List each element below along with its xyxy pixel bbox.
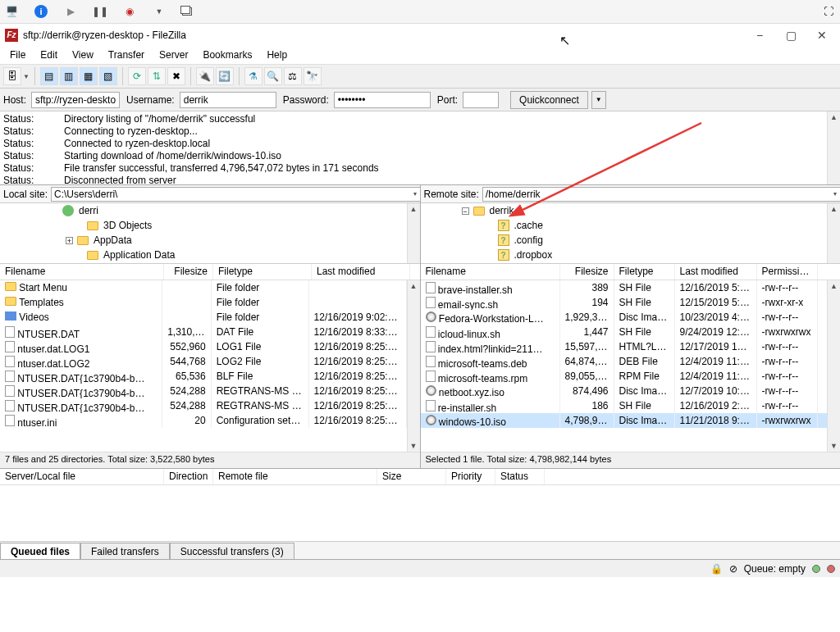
column-header[interactable]: Status [495, 469, 545, 484]
cancel-button[interactable]: ✖ [167, 67, 185, 85]
minimize-button[interactable]: − [746, 26, 773, 44]
local-list-body[interactable]: Start MenuFile folder TemplatesFile fold… [0, 280, 420, 452]
column-header[interactable]: Filename [421, 264, 560, 280]
remote-tree[interactable]: −derrik?.cache?.config?.dropbox ▲ [421, 203, 841, 264]
queue-header[interactable]: Server/Local fileDirectionRemote fileSiz… [0, 469, 840, 485]
disconnect-button[interactable]: 🔌 [196, 67, 214, 85]
list-item[interactable]: microsoft-teams.rpm89,055,321RPM File12/… [421, 369, 828, 384]
fullscreen-icon[interactable]: ⛶ [822, 5, 835, 18]
tab-queued-files[interactable]: Queued files [0, 543, 80, 559]
compare-button[interactable]: ⚖ [284, 67, 302, 85]
toggle-log-button[interactable]: ▤ [40, 67, 58, 85]
column-header[interactable]: Filesize [164, 264, 213, 280]
toggle-local-tree-button[interactable]: ▥ [60, 67, 78, 85]
list-scrollbar[interactable]: ▲ ▼ [827, 280, 840, 452]
log-scrollbar[interactable]: ▲ [827, 111, 840, 184]
lock-icon[interactable]: 🔒 [710, 563, 723, 575]
tree-scrollbar[interactable]: ▲ [827, 203, 840, 263]
tree-scrollbar[interactable]: ▲ [407, 203, 420, 263]
menu-view[interactable]: View [66, 48, 100, 62]
list-item[interactable]: index.html?linkid=211…15,597,200HTML?LIN… [421, 339, 828, 354]
local-tree[interactable]: derri3D Objects+AppDataApplication Data … [0, 203, 420, 264]
quickconnect-dropdown[interactable]: ▼ [591, 91, 606, 109]
remote-path-input[interactable] [482, 187, 840, 202]
list-item[interactable]: ntuser.ini20Configuration setti…12/16/20… [0, 413, 407, 428]
scroll-up-icon[interactable]: ▲ [408, 280, 420, 292]
pause-icon[interactable]: ❚❚ [94, 5, 107, 18]
password-input[interactable] [334, 92, 431, 108]
filter-button[interactable]: ⚗ [244, 67, 262, 85]
tab-failed-transfers[interactable]: Failed transfers [80, 543, 170, 559]
list-item[interactable]: windows-10.iso4,798,982,…Disc Image…11/2… [421, 413, 828, 428]
column-header[interactable]: Direction [164, 469, 213, 484]
scroll-down-icon[interactable]: ▼ [408, 440, 420, 452]
scroll-down-icon[interactable]: ▼ [828, 440, 840, 452]
list-scrollbar[interactable]: ▲ ▼ [407, 280, 420, 452]
toggle-remote-tree-button[interactable]: ▦ [80, 67, 98, 85]
tree-item[interactable]: 3D Objects [0, 218, 420, 233]
scroll-up-icon[interactable]: ▲ [828, 111, 840, 123]
chevron-down-icon[interactable]: ▾ [413, 190, 417, 198]
tree-item[interactable]: ?.cache [421, 218, 841, 233]
list-item[interactable]: email-sync.sh194SH File12/15/2019 5:2…-r… [421, 295, 828, 310]
list-item[interactable]: NTUSER.DAT1,310,720DAT File12/16/2019 8:… [0, 325, 407, 339]
remote-list-header[interactable]: FilenameFilesizeFiletypeLast modifiedPer… [421, 264, 841, 280]
list-item[interactable]: microsoft-teams.deb64,874,490DEB File12/… [421, 354, 828, 369]
tree-item[interactable]: ?.config [421, 233, 841, 248]
binoculars-icon[interactable]: 🔭 [304, 67, 322, 85]
menu-transfer[interactable]: Transfer [102, 48, 151, 62]
list-item[interactable]: VideosFile folder12/16/2019 9:02:59… [0, 310, 407, 325]
monitor-icon[interactable]: 🖥️ [5, 5, 18, 18]
list-item[interactable]: NTUSER.DAT{1c3790b4-b…524,288REGTRANS-MS… [0, 384, 407, 398]
local-list-header[interactable]: FilenameFilesizeFiletypeLast modified [0, 264, 420, 280]
tree-item[interactable]: +AppData [0, 233, 420, 248]
windows-icon[interactable] [182, 7, 192, 16]
local-path-input[interactable] [51, 187, 419, 202]
chevron-down-icon[interactable]: ▾ [833, 190, 837, 198]
list-item[interactable]: Start MenuFile folder [0, 280, 407, 295]
dropdown-icon[interactable]: ▼ [153, 5, 166, 18]
tree-item[interactable]: derri [0, 203, 420, 218]
list-item[interactable]: ntuser.dat.LOG1552,960LOG1 File12/16/201… [0, 339, 407, 354]
tree-item[interactable]: ?.dropbox [421, 248, 841, 262]
list-item[interactable]: NTUSER.DAT{1c3790b4-b…524,288REGTRANS-MS… [0, 398, 407, 413]
scroll-up-icon[interactable]: ▲ [408, 203, 420, 215]
reconnect-button[interactable]: 🔄 [216, 67, 234, 85]
list-item[interactable]: ntuser.dat.LOG2544,768LOG2 File12/16/201… [0, 354, 407, 369]
toggle-queue-button[interactable]: ▧ [99, 67, 117, 85]
list-item[interactable]: re-installer.sh186SH File12/16/2019 2:4…… [421, 398, 828, 413]
chevron-down-icon[interactable]: ▼ [23, 73, 30, 80]
column-header[interactable]: Last modified [675, 264, 757, 280]
play-icon[interactable]: ▶ [64, 5, 77, 18]
refresh-button[interactable]: ⟳ [128, 67, 146, 85]
queue-body[interactable] [0, 485, 840, 541]
list-item[interactable]: brave-installer.sh389SH File12/16/2019 5… [421, 280, 828, 295]
tree-item[interactable]: Application Data [0, 248, 420, 262]
column-header[interactable]: Server/Local file [0, 469, 164, 484]
close-button[interactable]: ✕ [809, 26, 835, 44]
search-button[interactable]: 🔍 [264, 67, 282, 85]
scroll-up-icon[interactable]: ▲ [828, 280, 840, 292]
maximize-button[interactable]: ▢ [778, 26, 804, 44]
username-input[interactable] [180, 92, 276, 108]
port-input[interactable] [463, 92, 499, 108]
column-header[interactable]: Filename [0, 264, 164, 280]
column-header[interactable]: Size [377, 469, 446, 484]
menu-help[interactable]: Help [260, 48, 294, 62]
menu-edit[interactable]: Edit [34, 48, 64, 62]
column-header[interactable]: Filesize [560, 264, 614, 280]
column-header[interactable]: Permissions [757, 264, 818, 280]
list-item[interactable]: netboot.xyz.iso874,496Disc Image…12/7/20… [421, 384, 828, 398]
remote-list-body[interactable]: brave-installer.sh389SH File12/16/2019 5… [421, 280, 841, 452]
info-icon[interactable]: i [34, 5, 48, 18]
process-queue-button[interactable]: ⇅ [148, 67, 166, 85]
tree-item[interactable]: −derrik [421, 203, 841, 218]
column-header[interactable]: Last modified [312, 264, 410, 280]
quickconnect-button[interactable]: Quickconnect [510, 91, 588, 109]
site-manager-button[interactable]: 🗄 [3, 67, 21, 85]
menu-file[interactable]: File [3, 48, 32, 62]
column-header[interactable]: Filetype [213, 264, 312, 280]
column-header[interactable]: Remote file [213, 469, 377, 484]
tab-successful-transfers-[interactable]: Successful transfers (3) [170, 543, 294, 559]
list-item[interactable]: NTUSER.DAT{1c3790b4-b…65,536BLF File12/1… [0, 369, 407, 384]
